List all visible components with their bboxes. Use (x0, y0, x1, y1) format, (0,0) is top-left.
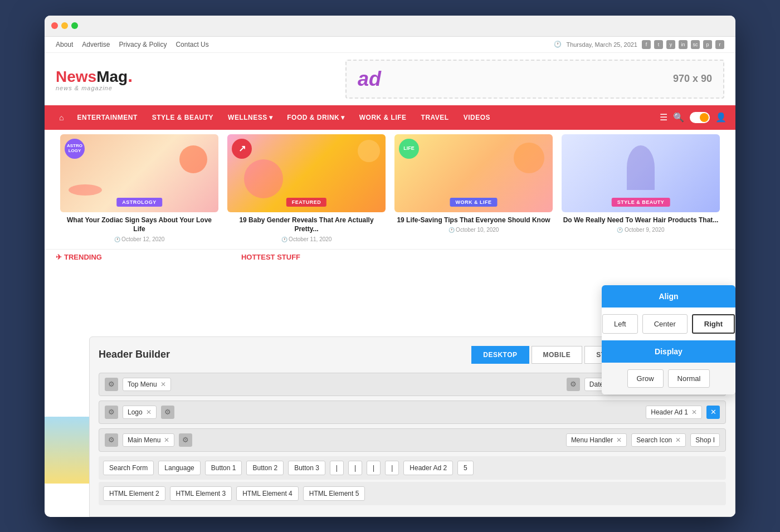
trending-text: TRENDING (64, 253, 102, 261)
twitter-icon[interactable]: t (654, 40, 663, 49)
builder-title: Header Builder (99, 349, 170, 360)
gear-icon-row2-left[interactable]: ⚙ (105, 406, 118, 419)
browser-dot-green[interactable] (71, 22, 78, 29)
nav-food-drink[interactable]: FOOD & DRINK ▾ (280, 105, 352, 130)
hottest-label: HOTTEST STUFF (241, 253, 300, 261)
builder-row-2: ⚙ Logo ✕ ⚙ Header Ad 1 ✕ ✕ (99, 401, 726, 424)
article-badge-2: WORK & LIFE (450, 198, 498, 207)
gear-icon-row3-left[interactable]: ⚙ (105, 433, 118, 447)
facebook-icon[interactable]: f (642, 40, 651, 49)
article-title-0: What Your Zodiac Sign Says About Your Lo… (60, 216, 218, 235)
gear-icon-row1-left[interactable]: ⚙ (105, 378, 118, 391)
search-nav-icon[interactable]: 🔍 (673, 112, 684, 123)
instagram-icon[interactable]: in (679, 40, 688, 49)
top-bar-right: 🕐 Thursday, March 25, 2021 f t y in sc p… (554, 40, 724, 49)
tag-menu-handler-label: Menu Handler (571, 436, 613, 444)
avail-html2[interactable]: HTML Element 2 (103, 486, 165, 501)
avail-html3[interactable]: HTML Element 3 (170, 486, 232, 501)
soundcloud-icon[interactable]: sc (691, 40, 700, 49)
youtube-icon[interactable]: y (666, 40, 675, 49)
avail-divider-d[interactable]: | (385, 461, 399, 475)
gear-icon-row3-center[interactable]: ⚙ (179, 433, 192, 447)
tag-top-menu-remove[interactable]: ✕ (160, 380, 166, 388)
top-bar: About Advertise Privacy & Policy Contact… (45, 37, 735, 53)
articles-grid: ASTROLOGY ASTROLOGY What Your Zodiac Sig… (45, 134, 735, 247)
clock-icon: 🕐 (554, 41, 562, 48)
avail-button1[interactable]: Button 1 (205, 461, 242, 475)
avail-button2[interactable]: Button 2 (246, 461, 284, 475)
gear-icon-row2-center[interactable]: ⚙ (161, 406, 174, 419)
article-card-0: ASTROLOGY ASTROLOGY What Your Zodiac Sig… (56, 134, 223, 247)
article-img-2[interactable]: LIFE WORK & LIFE (394, 134, 553, 212)
pinterest-icon[interactable]: p (703, 40, 712, 49)
ad-size: 970 x 90 (673, 73, 712, 85)
tab-desktop[interactable]: DESKTOP (471, 346, 529, 364)
align-center-btn[interactable]: Center (642, 314, 688, 334)
tag-logo-remove[interactable]: ✕ (146, 408, 152, 416)
avail-search-form[interactable]: Search Form (103, 461, 154, 475)
tag-main-menu-remove[interactable]: ✕ (164, 436, 169, 444)
article-date-1: October 11, 2020 (227, 236, 386, 242)
avail-5[interactable]: 5 (457, 461, 474, 475)
avail-header-ad2[interactable]: Header Ad 2 (403, 461, 453, 475)
trending-label: ✈ TRENDING (56, 253, 102, 261)
avail-language[interactable]: Language (158, 461, 200, 475)
tag-menu-handler-remove[interactable]: ✕ (616, 436, 622, 444)
nav-travel[interactable]: TRAVEL (415, 105, 456, 130)
tag-top-menu-label: Top Menu (128, 380, 157, 388)
tag-main-menu: Main Menu ✕ (123, 433, 174, 447)
rss-icon[interactable]: r (715, 40, 724, 49)
contact-link[interactable]: Contact Us (176, 41, 208, 48)
advertise-link[interactable]: Advertise (82, 41, 110, 48)
browser-content: About Advertise Privacy & Policy Contact… (45, 37, 735, 517)
gear-icon-row2-end[interactable]: ✕ (706, 406, 720, 419)
tag-header-ad-label: Header Ad 1 (651, 408, 688, 416)
article-badge-3: STYLE & BEAUTY (612, 198, 670, 207)
about-link[interactable]: About (56, 41, 73, 48)
nav-entertainment[interactable]: ENTERTAINMENT (70, 105, 144, 130)
logo-mag: Mag (96, 68, 128, 85)
article-img-1[interactable]: ↗ FEATURED (227, 134, 386, 212)
avail-html5[interactable]: HTML Element 5 (303, 486, 365, 501)
display-grow-btn[interactable]: Grow (627, 369, 664, 388)
nav-wellness[interactable]: WELLNESS ▾ (221, 105, 279, 130)
avail-divider-a[interactable]: | (330, 461, 344, 475)
dark-mode-toggle[interactable] (690, 112, 710, 123)
tag-main-menu-label: Main Menu (128, 436, 160, 444)
nav-work-life[interactable]: WORK & LIFE (353, 105, 413, 130)
nav-videos[interactable]: VIDEOS (457, 105, 497, 130)
avail-divider-b[interactable]: | (348, 461, 362, 475)
trending-bar: ✈ TRENDING HOTTEST STUFF (45, 249, 735, 265)
tab-mobile[interactable]: MOBILE (532, 346, 583, 364)
privacy-link[interactable]: Privacy & Policy (119, 41, 167, 48)
article-img-0[interactable]: ASTROLOGY ASTROLOGY (60, 134, 218, 212)
user-icon[interactable]: 👤 (715, 112, 727, 123)
nav-style-beauty[interactable]: STYLE & BEAUTY (145, 105, 220, 130)
tag-logo: Logo ✕ (123, 406, 157, 419)
tag-menu-handler: Menu Handler ✕ (566, 433, 627, 447)
nav-home-icon[interactable]: ⌂ (53, 113, 69, 122)
avail-html4[interactable]: HTML Element 4 (236, 486, 299, 501)
browser-dot-yellow[interactable] (61, 22, 68, 29)
available-row-1: Search Form Language Button 1 Button 2 B… (99, 456, 726, 480)
align-left-btn[interactable]: Left (602, 314, 638, 334)
hamburger-icon[interactable]: ☰ (660, 112, 667, 123)
category-badge-0: ASTROLOGY (65, 139, 85, 159)
display-normal-btn[interactable]: Normal (668, 369, 710, 388)
article-img-3[interactable]: STYLE & BEAUTY (562, 134, 720, 212)
site-logo[interactable]: NewsMag. news & magazine (56, 67, 133, 91)
logo-text: NewsMag. (56, 67, 133, 85)
gear-icon-row1-right[interactable]: ⚙ (567, 378, 580, 391)
tag-header-ad-remove[interactable]: ✕ (691, 408, 697, 416)
tag-logo-label: Logo (128, 408, 143, 416)
align-popup-title: Align (602, 285, 735, 308)
browser-window: About Advertise Privacy & Policy Contact… (45, 16, 735, 517)
article-card-3: STYLE & BEAUTY Do We Really Need To Wear… (557, 134, 724, 247)
ad-text: ad (358, 67, 381, 91)
tag-search-icon-remove[interactable]: ✕ (675, 436, 681, 444)
browser-dot-red[interactable] (51, 22, 58, 29)
avail-divider-c[interactable]: | (367, 461, 381, 475)
tag-search-icon-label: Search Icon (636, 436, 672, 444)
avail-button3[interactable]: Button 3 (288, 461, 325, 475)
align-right-btn[interactable]: Right (692, 314, 735, 334)
